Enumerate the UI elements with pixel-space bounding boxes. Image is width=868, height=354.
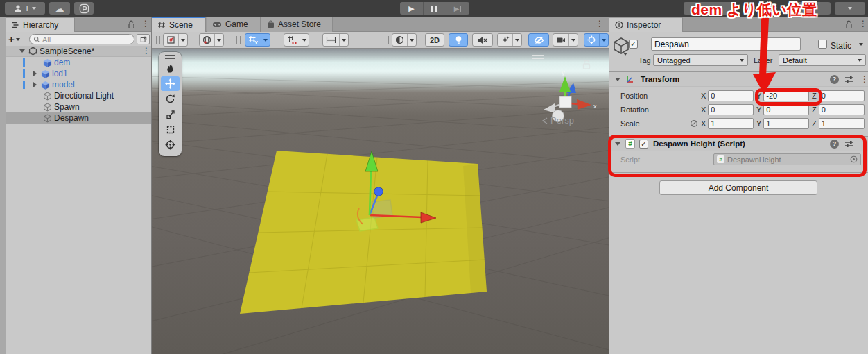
audio-mute-button[interactable] [472,33,493,47]
transform-header[interactable]: Transform ? ⋮ [609,71,868,87]
tab-inspector[interactable]: Inspector [609,17,683,32]
overlay-drag-handle-icon[interactable] [165,55,175,60]
yellow-plane-object[interactable] [240,151,487,314]
move-tool-button[interactable] [161,76,180,91]
drag-handle-icon[interactable] [156,36,160,44]
camera-settings-button[interactable] [553,33,578,47]
object-name-value: Despawn [654,40,689,49]
inspector-menu-icon[interactable]: ⋮ [859,19,867,28]
tab-game[interactable]: Game [207,17,261,32]
scale-x-field[interactable]: 1 [708,118,754,129]
view-hand-tool-button[interactable] [161,61,180,76]
layer-dropdown[interactable]: Default [779,54,866,66]
grid-snapping-button[interactable] [284,33,309,47]
hierarchy-row-scene[interactable]: SampleScene* ⋮ [6,46,151,57]
shading-mode-button[interactable] [392,33,417,47]
axis-x-label: X [701,92,706,100]
scene-viewport[interactable]: y x Persp [152,49,609,354]
tab-asset-store[interactable]: Asset Store [261,17,333,32]
grid-visibility-button[interactable]: Y [245,33,270,47]
search-window-button[interactable] [137,34,150,44]
foldout-closed-icon[interactable] [33,71,37,76]
foldout-open-icon[interactable] [19,49,25,53]
create-button[interactable]: + [8,35,20,44]
hierarchy-row-spawn[interactable]: Spawn [6,101,151,112]
account-button[interactable]: T [5,2,45,15]
gameobject-icon[interactable] [612,37,630,55]
static-checkbox[interactable] [818,40,827,49]
scale-y-field[interactable]: 1 [763,118,809,129]
gizmos-button[interactable] [584,33,609,47]
axis-y-label: Y [756,106,761,114]
help-icon[interactable]: ? [830,75,839,84]
gizmo-crosshair-icon [587,35,596,44]
overlay-drag-handle-icon[interactable] [532,55,544,60]
tab-scene-label: Scene [169,20,193,30]
drag-handle-icon[interactable] [385,36,389,44]
position-row: Position X0 Y-20 Z0 [609,89,868,102]
hierarchy-row-model[interactable]: model [6,79,151,90]
drag-handle-icon[interactable] [236,36,241,44]
scene-lighting-button[interactable] [449,33,468,47]
tool-settings-global-button[interactable] [199,33,224,47]
2d-view-button[interactable]: 2D [425,33,444,47]
rotation-x-field[interactable]: 0 [708,104,754,115]
hierarchy-row-directional-light[interactable]: Directional Light [6,90,151,101]
tool-settings-pivot-button[interactable] [163,33,188,47]
hierarchy-item-label: Directional Light [54,91,114,101]
scale-tool-button[interactable] [161,107,180,121]
prefab-override-bar [23,81,25,89]
caret-down-icon [515,39,519,42]
hierarchy-search-input[interactable]: All [29,34,134,44]
perspective-indicator[interactable]: Persp [541,115,574,126]
link-disabled-icon[interactable] [690,119,698,128]
scene-render[interactable]: y x [152,49,609,354]
grid-y-icon: Y [248,35,258,44]
rotate-tool-button[interactable] [161,92,180,106]
rotation-z-field[interactable]: 0 [819,104,865,115]
transform-tool-button[interactable] [161,137,180,152]
rect-icon [166,125,175,135]
add-component-button[interactable]: Add Component [659,180,817,195]
caret-down-icon [410,39,414,42]
caret-down-icon[interactable] [859,43,863,46]
position-x-field[interactable]: 0 [708,90,754,101]
prefab-icon [41,81,50,90]
plastic-scm-button[interactable] [74,2,94,15]
effects-button[interactable] [497,33,522,47]
play-button[interactable]: ▶ [401,2,424,15]
scene-menu-icon[interactable]: ⋮ [142,47,150,55]
persp-chevron-icon [541,117,548,125]
hand-icon [166,64,175,74]
hierarchy-row-dem[interactable]: dem [6,57,151,68]
foldout-closed-icon[interactable] [33,82,37,87]
unlock-icon[interactable] [845,20,853,29]
snap-increment-button[interactable] [322,33,349,47]
tag-dropdown[interactable]: Untagged [653,54,748,66]
hierarchy-menu-icon[interactable]: ⋮ [141,19,150,28]
scene-menu-icon[interactable]: ⋮ [596,19,604,28]
unlock-icon[interactable] [128,20,135,29]
scale-z-field[interactable]: 1 [819,118,865,129]
rect-tool-button[interactable] [161,122,180,137]
pause-button[interactable] [424,2,446,15]
hierarchy-row-despawn-selected[interactable]: Despawn [6,112,151,124]
position-z-field[interactable]: 0 [819,90,865,101]
caret-down-icon[interactable] [623,53,627,56]
pause-icon [431,6,437,12]
scene-visibility-button[interactable] [528,33,549,47]
gizmo-z-handle[interactable] [374,187,383,196]
cloud-button[interactable]: ☁ [49,2,70,15]
hierarchy-row-lod1[interactable]: lod1 [6,68,151,79]
presets-icon[interactable] [844,75,854,84]
layout-dropdown[interactable] [835,2,865,15]
gizmo-xz-plane-handle[interactable] [356,217,378,231]
active-checkbox[interactable]: ✓ [629,40,638,49]
tab-hierarchy[interactable]: Hierarchy [6,17,75,32]
transform-menu-icon[interactable]: ⋮ [860,75,868,83]
2d-label: 2D [430,36,440,44]
step-button[interactable]: ▶ [446,2,469,15]
tab-scene[interactable]: Scene [152,17,206,32]
foldout-open-icon[interactable] [615,78,620,81]
effects-icon [501,35,510,44]
